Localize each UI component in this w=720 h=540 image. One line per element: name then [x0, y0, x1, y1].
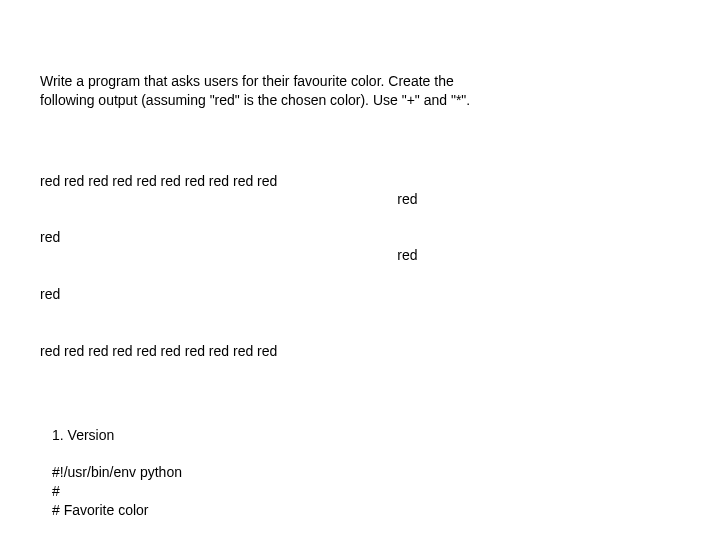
- output-row: red: [40, 285, 277, 304]
- output-right-column: red red: [397, 134, 417, 398]
- code-line: #: [52, 482, 680, 501]
- description-line-2: following output (assuming "red" is the …: [40, 91, 680, 110]
- output-row: red red red red red red red red red red: [40, 172, 277, 191]
- code-line: #!/usr/bin/env python: [52, 463, 680, 482]
- code-solution: 1. Version #!/usr/bin/env python # # Fav…: [40, 426, 680, 540]
- output-left-column: red red red red red red red red red red …: [40, 134, 277, 398]
- output-row: red red red red red red red red red red: [40, 342, 277, 361]
- code-line: # Favorite color: [52, 501, 680, 520]
- description-line-1: Write a program that asks users for thei…: [40, 72, 680, 91]
- version-heading: 1. Version: [52, 426, 680, 445]
- problem-description: Write a program that asks users for thei…: [40, 72, 680, 110]
- output-row: red: [397, 190, 417, 209]
- output-row: red: [397, 246, 417, 265]
- output-row: red: [40, 228, 277, 247]
- expected-output: red red red red red red red red red red …: [40, 134, 680, 398]
